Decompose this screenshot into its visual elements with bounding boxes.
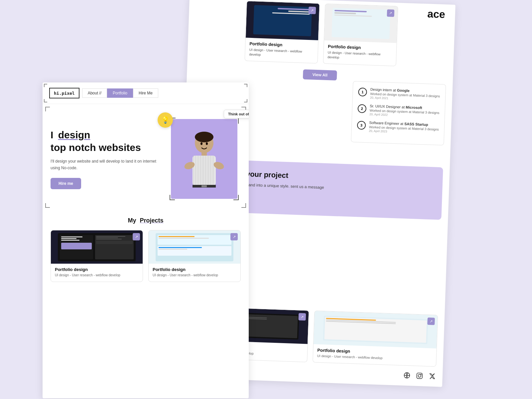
- nav-corner-bl: [44, 99, 47, 102]
- svg-rect-19: [208, 156, 209, 186]
- nav-corner-br: [244, 99, 247, 102]
- project-cards-row: Portfolio design UI design - User resear…: [51, 230, 241, 282]
- bottom-card-2: Portfolio design UI design - User resear…: [313, 311, 438, 367]
- c1r3: [96, 239, 122, 239]
- mock-bar2: [288, 11, 310, 13]
- bracket-bl: [170, 195, 175, 200]
- instagram-icon[interactable]: [416, 372, 423, 380]
- front-page: hi.pixel About // Portfolio Hire Me I de…: [43, 82, 249, 398]
- project-card-2-desc: UI design - User research - webflow deve…: [153, 273, 236, 278]
- nav-link-portfolio[interactable]: Portfolio: [107, 88, 133, 98]
- twitter-x-icon[interactable]: [428, 372, 436, 380]
- project-card-1-title: Portfolio design: [55, 267, 139, 272]
- svg-rect-16: [203, 156, 204, 186]
- back-card-2-image: [324, 4, 398, 43]
- back-card-1-mockup: [253, 5, 312, 36]
- project-card-2-arrow[interactable]: ↗: [230, 233, 238, 240]
- experience-section: 1 Design intern at Google Worked on desi…: [351, 81, 446, 146]
- back-card-1-image: [246, 1, 320, 40]
- c1r1: [96, 236, 125, 237]
- c2b4: [159, 249, 188, 250]
- svg-rect-10: [194, 156, 194, 186]
- bottom-card-2-arrow[interactable]: ↗: [427, 318, 435, 325]
- svg-point-3: [421, 374, 422, 375]
- think-tooltip: Think out of the box: [224, 110, 249, 118]
- exp-item-3: 3 Software Engineer at SASS Startup Work…: [357, 120, 439, 135]
- mock-bar: [334, 10, 367, 12]
- svg-rect-15: [202, 156, 202, 186]
- nav-link-hireme[interactable]: Hire Me: [133, 88, 158, 98]
- svg-rect-8: [201, 152, 207, 156]
- back-portfolio-cards-section: Portfolio design UI design - User resear…: [187, 0, 456, 71]
- c1b3: [61, 240, 79, 241]
- laptop-mock-2: [323, 316, 428, 344]
- c1r2: [96, 237, 118, 238]
- person-illustration: [178, 126, 231, 199]
- hero-title-underline: design: [58, 129, 90, 140]
- back-card-2-title: Portfolio design: [328, 44, 392, 51]
- dribbble-icon[interactable]: [403, 372, 411, 379]
- svg-rect-17: [205, 156, 206, 186]
- svg-point-5: [195, 132, 213, 142]
- projects-section-title: My Projects: [51, 217, 241, 224]
- svg-rect-21: [212, 156, 212, 186]
- c1blog-label: [96, 241, 133, 244]
- card2-bottom: [158, 246, 232, 256]
- svg-point-6: [200, 142, 202, 145]
- c1b2: [61, 238, 76, 239]
- hero-bracket-frame: [171, 119, 237, 199]
- mock-bar2: [334, 12, 356, 14]
- footer-icons: [403, 372, 436, 380]
- back-card-2-arrow[interactable]: ↗: [387, 9, 394, 17]
- project-card-2-body: Portfolio design UI design - User resear…: [149, 264, 240, 282]
- mock-bar3: [272, 12, 310, 15]
- back-card-1-body: Portfolio design UI design - User resear…: [245, 38, 318, 63]
- svg-rect-18: [207, 156, 207, 186]
- hire-button[interactable]: Hire me: [51, 178, 81, 189]
- c2b1: [159, 236, 195, 237]
- mock-bar3: [334, 15, 372, 17]
- svg-point-2: [418, 374, 421, 377]
- back-card-1-desc: UI design - User research - webflow deve…: [249, 48, 314, 59]
- exp-num-3: 3: [357, 121, 366, 130]
- nav-link-about[interactable]: About //: [82, 88, 107, 98]
- project-card-1-desc: UI design - User research - webflow deve…: [55, 273, 139, 278]
- hero-image-wrap: 💡 Think out of the box: [168, 119, 241, 199]
- lightbulb-badge: 💡: [158, 112, 173, 128]
- back-card-1-arrow[interactable]: ↗: [309, 7, 316, 14]
- exp-text-2: Sr. UI/UX Designer at Microsoft Worked o…: [369, 104, 440, 118]
- card1-mockup: [58, 233, 136, 261]
- view-all-button[interactable]: View All: [303, 69, 337, 80]
- bottom-card-2-body: Portfolio design UI design - User resear…: [313, 344, 437, 366]
- hero-text: I design top notch websites I'll design …: [51, 129, 168, 189]
- card2-top: [158, 235, 232, 245]
- project-card-1: Portfolio design UI design - User resear…: [51, 230, 143, 282]
- bracket-br: [233, 195, 239, 200]
- hero-title: I design top notch websites: [51, 129, 161, 154]
- c1watch: [61, 243, 92, 249]
- project-card-1-body: Portfolio design UI design - User resear…: [51, 264, 143, 282]
- svg-rect-26: [201, 185, 207, 187]
- project-card-2-image: [149, 230, 240, 264]
- exp-num-2: 2: [357, 104, 366, 113]
- c2b3: [159, 247, 202, 248]
- svg-rect-22: [213, 156, 214, 186]
- c2b2: [159, 238, 209, 239]
- hero-corner-bl: [45, 203, 50, 208]
- card1-left: [60, 235, 93, 259]
- svg-rect-20: [210, 156, 211, 186]
- mock-bar: [278, 8, 310, 10]
- card2-mockup: [156, 233, 234, 261]
- back-card-2-body: Portfolio design UI design - User resear…: [323, 41, 396, 66]
- back-card-1-title: Portfolio design: [249, 41, 314, 49]
- nav-logo: hi.pixel: [54, 91, 75, 96]
- projects-title-prefix: My: [128, 217, 136, 224]
- project-card-1-arrow[interactable]: ↗: [133, 233, 140, 240]
- bottom-card-1-arrow[interactable]: ↗: [298, 313, 306, 321]
- exp-item-1: 1 Design intern at Google Worked on desi…: [358, 87, 440, 102]
- nav-corner-tl: [44, 84, 47, 87]
- bottom-card-2-img: [314, 311, 438, 348]
- svg-rect-12: [197, 156, 198, 186]
- svg-rect-13: [199, 156, 199, 186]
- hero-section: I design top notch websites I'll design …: [43, 104, 249, 210]
